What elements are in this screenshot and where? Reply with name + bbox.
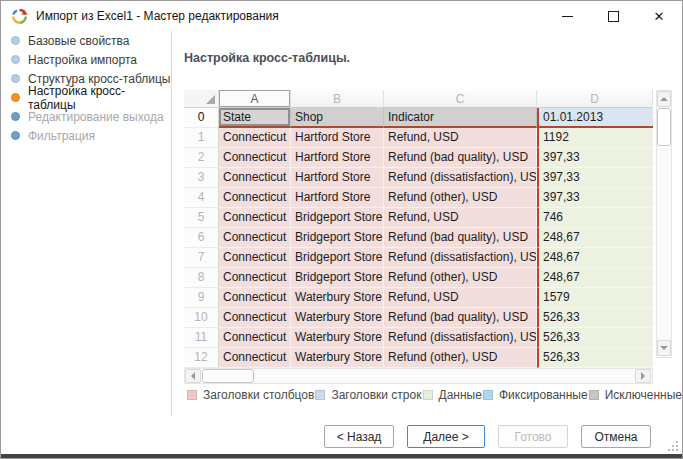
arrow-up-icon <box>660 97 668 101</box>
table-row: 1 Connecticut Hartford Store Refund, USD… <box>184 128 653 148</box>
cell-value[interactable]: 1192 <box>537 128 653 148</box>
wizard-window: Импорт из Excel1 - Мастер редактирования… <box>0 0 683 459</box>
cell-state[interactable]: Connecticut <box>219 128 291 148</box>
cancel-button[interactable]: Отмена <box>581 425 651 448</box>
cell-state[interactable]: Connecticut <box>219 288 291 308</box>
cell-indicator[interactable]: Refund (other), USD <box>384 348 537 368</box>
sidebar-item-output-editing[interactable]: Редактирование выхода <box>1 107 171 126</box>
cell-shop[interactable]: Hartford Store <box>291 148 384 168</box>
row-number[interactable]: 8 <box>184 268 219 288</box>
cell-shop[interactable]: Bridgeport Store <box>291 208 384 228</box>
scroll-left-button[interactable] <box>185 369 201 383</box>
row-number[interactable]: 11 <box>184 328 219 348</box>
row-number[interactable]: 7 <box>184 248 219 268</box>
cell-indicator[interactable]: Refund (other), USD <box>384 188 537 208</box>
cell-indicator-caption[interactable]: Indicator <box>384 108 537 128</box>
step-label: Базовые свойства <box>28 34 130 48</box>
column-header-d[interactable]: D <box>537 90 653 108</box>
cell-shop[interactable]: Waterbury Store <box>291 288 384 308</box>
sidebar-item-crosstable-settings[interactable]: Настройка кросс-таблицы <box>1 88 171 107</box>
table-row: 12 Connecticut Waterbury Store Refund (o… <box>184 348 653 368</box>
cell-shop[interactable]: Waterbury Store <box>291 328 384 348</box>
cell-state[interactable]: Connecticut <box>219 168 291 188</box>
horizontal-scrollbar[interactable] <box>184 368 653 384</box>
next-button[interactable]: Далее > <box>407 425 485 448</box>
cell-shop[interactable]: Waterbury Store <box>291 308 384 328</box>
cell-value[interactable]: 248,67 <box>537 248 653 268</box>
scroll-up-button[interactable] <box>657 91 671 107</box>
cell-indicator[interactable]: Refund (dissatisfaction), USD <box>384 328 537 348</box>
resize-grip[interactable] <box>668 441 678 451</box>
sidebar-item-basic-properties[interactable]: Базовые свойства <box>1 31 171 50</box>
row-number[interactable]: 2 <box>184 148 219 168</box>
cell-date-caption[interactable]: 01.01.2013 <box>537 108 653 128</box>
cell-state[interactable]: Connecticut <box>219 208 291 228</box>
minimize-button[interactable] <box>544 1 590 31</box>
cell-indicator[interactable]: Refund, USD <box>384 128 537 148</box>
cell-value[interactable]: 248,67 <box>537 268 653 288</box>
cell-indicator[interactable]: Refund (bad quality), USD <box>384 148 537 168</box>
cell-shop-caption[interactable]: Shop <box>291 108 384 128</box>
cell-shop[interactable]: Hartford Store <box>291 188 384 208</box>
cell-value[interactable]: 526,33 <box>537 308 653 328</box>
close-button[interactable]: ✕ <box>636 1 682 31</box>
cell-state[interactable]: Connecticut <box>219 188 291 208</box>
column-header-c[interactable]: C <box>384 90 537 108</box>
cell-shop[interactable]: Bridgeport Store <box>291 228 384 248</box>
cell-shop[interactable]: Bridgeport Store <box>291 268 384 288</box>
cell-state[interactable]: Connecticut <box>219 328 291 348</box>
cell-value[interactable]: 397,33 <box>537 168 653 188</box>
cell-indicator[interactable]: Refund (other), USD <box>384 268 537 288</box>
cell-state[interactable]: Connecticut <box>219 148 291 168</box>
vertical-scrollbar[interactable] <box>656 90 672 358</box>
row-number[interactable]: 9 <box>184 288 219 308</box>
cell-state-caption[interactable]: State <box>219 108 291 128</box>
cell-indicator[interactable]: Refund (bad quality), USD <box>384 308 537 328</box>
cell-indicator[interactable]: Refund (bad quality), USD <box>384 228 537 248</box>
row-number[interactable]: 10 <box>184 308 219 328</box>
back-button[interactable]: < Назад <box>324 425 394 448</box>
row-number[interactable]: 1 <box>184 128 219 148</box>
cell-shop[interactable]: Hartford Store <box>291 128 384 148</box>
legend-excluded: Исключенные <box>589 388 682 402</box>
cell-indicator[interactable]: Refund (dissatisfaction), USD <box>384 168 537 188</box>
wizard-steps-sidebar: Базовые свойства Настройка импорта Струк… <box>1 31 171 145</box>
cell-shop[interactable]: Bridgeport Store <box>291 248 384 268</box>
cell-value[interactable]: 526,33 <box>537 328 653 348</box>
cell-shop[interactable]: Hartford Store <box>291 168 384 188</box>
cell-value[interactable]: 248,67 <box>537 228 653 248</box>
row-number[interactable]: 3 <box>184 168 219 188</box>
maximize-button[interactable] <box>590 1 636 31</box>
step-label: Настройка кросс-таблицы <box>28 84 171 112</box>
data-swatch <box>423 390 433 400</box>
cell-shop[interactable]: Waterbury Store <box>291 348 384 368</box>
sidebar-item-filtering[interactable]: Фильтрация <box>1 126 171 145</box>
column-header-a[interactable]: A <box>219 90 291 108</box>
cell-state[interactable]: Connecticut <box>219 268 291 288</box>
scroll-right-button[interactable] <box>635 369 651 383</box>
cell-value[interactable]: 746 <box>537 208 653 228</box>
sidebar-item-import-settings[interactable]: Настройка импорта <box>1 50 171 69</box>
cell-value[interactable]: 526,33 <box>537 348 653 368</box>
cell-state[interactable]: Connecticut <box>219 308 291 328</box>
row-number[interactable]: 0 <box>184 108 219 128</box>
window-title: Импорт из Excel1 - Мастер редактирования <box>36 9 279 23</box>
column-header-b[interactable]: B <box>291 90 384 108</box>
cell-indicator[interactable]: Refund, USD <box>384 288 537 308</box>
cell-indicator[interactable]: Refund, USD <box>384 208 537 228</box>
cell-state[interactable]: Connecticut <box>219 348 291 368</box>
cell-value[interactable]: 397,33 <box>537 188 653 208</box>
row-number[interactable]: 5 <box>184 208 219 228</box>
cell-value[interactable]: 397,33 <box>537 148 653 168</box>
cell-indicator[interactable]: Refund (dissatisfaction), USD <box>384 248 537 268</box>
row-number[interactable]: 12 <box>184 348 219 368</box>
vertical-scroll-thumb[interactable] <box>657 108 671 146</box>
row-number[interactable]: 6 <box>184 228 219 248</box>
scroll-down-button[interactable] <box>657 340 671 356</box>
row-number[interactable]: 4 <box>184 188 219 208</box>
cell-value[interactable]: 1579 <box>537 288 653 308</box>
horizontal-scroll-thumb[interactable] <box>202 369 254 383</box>
cell-state[interactable]: Connecticut <box>219 228 291 248</box>
cell-state[interactable]: Connecticut <box>219 248 291 268</box>
grid-corner-cell[interactable] <box>184 90 219 108</box>
